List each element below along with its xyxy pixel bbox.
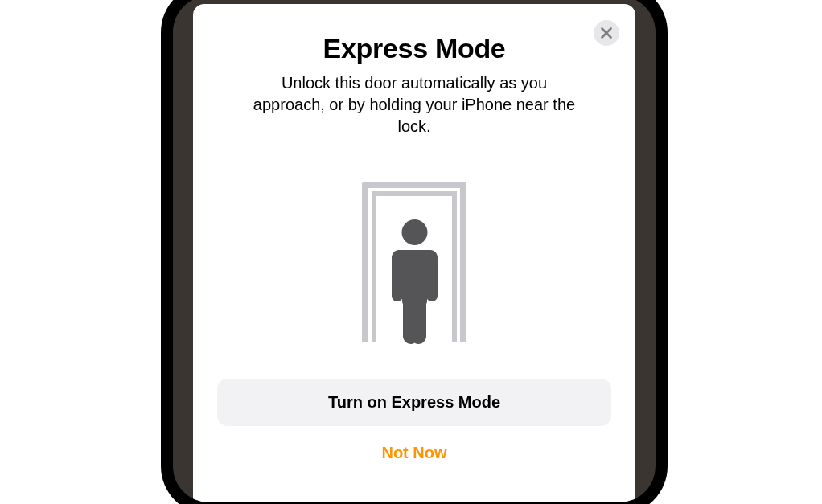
svg-rect-4 xyxy=(392,258,402,300)
svg-rect-5 xyxy=(427,258,438,300)
close-button[interactable] xyxy=(594,20,619,46)
svg-rect-2 xyxy=(403,292,413,340)
person-in-doorway-icon xyxy=(362,182,466,342)
svg-point-0 xyxy=(401,219,427,245)
close-icon xyxy=(601,27,612,39)
not-now-button[interactable]: Not Now xyxy=(381,444,446,462)
sheet-title: Express Mode xyxy=(323,33,506,64)
phone-screen: Express Mode Unlock this door automatica… xyxy=(173,0,656,502)
person-icon xyxy=(384,219,445,344)
sheet-description: Unlock this door automatically as you ap… xyxy=(245,72,583,137)
svg-rect-3 xyxy=(416,292,426,340)
turn-on-express-mode-button[interactable]: Turn on Express Mode xyxy=(217,379,611,426)
phone-device-frame: Express Mode Unlock this door automatica… xyxy=(161,0,668,504)
express-mode-sheet: Express Mode Unlock this door automatica… xyxy=(193,4,635,502)
